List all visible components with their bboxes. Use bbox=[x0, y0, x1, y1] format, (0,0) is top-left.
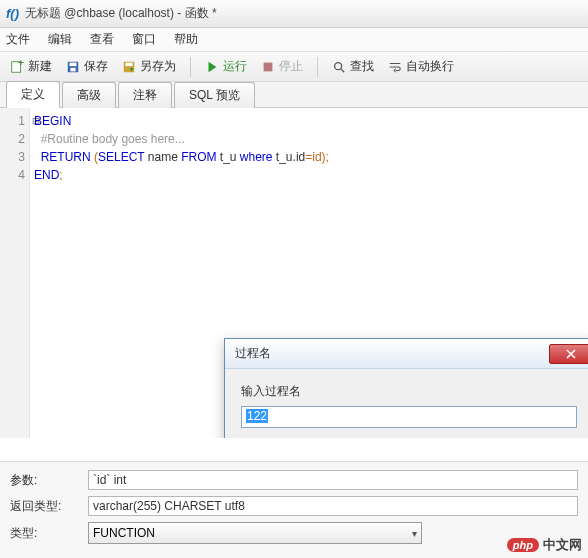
toolbar: + 新建 保存 另存为 运行 停止 查找 自动换行 bbox=[0, 52, 588, 82]
stop-icon bbox=[261, 60, 275, 74]
bottom-panel: 参数: 返回类型: 类型: FUNCTION ▾ php 中文网 bbox=[0, 461, 588, 558]
new-button[interactable]: + 新建 bbox=[6, 56, 56, 77]
dialog-titlebar: 过程名 bbox=[225, 339, 588, 369]
ident: t_u.id bbox=[273, 150, 306, 164]
toolbar-separator bbox=[190, 57, 191, 77]
save-label: 保存 bbox=[84, 58, 108, 75]
watermark: php 中文网 bbox=[507, 536, 582, 554]
stop-button[interactable]: 停止 bbox=[257, 56, 307, 77]
svg-rect-7 bbox=[264, 62, 273, 71]
menu-bar: 文件 编辑 查看 窗口 帮助 bbox=[0, 28, 588, 52]
code-editor[interactable]: 1 2 3 4 ⊟ BEGIN #Routine body goes here.… bbox=[0, 108, 588, 438]
menu-edit[interactable]: 编辑 bbox=[48, 31, 72, 48]
tab-sql-preview[interactable]: SQL 预览 bbox=[174, 82, 255, 108]
params-input[interactable] bbox=[88, 470, 578, 490]
new-icon: + bbox=[10, 60, 24, 74]
menu-file[interactable]: 文件 bbox=[6, 31, 30, 48]
save-button[interactable]: 保存 bbox=[62, 56, 112, 77]
type-value: FUNCTION bbox=[93, 526, 155, 540]
line-gutter: 1 2 3 4 bbox=[0, 108, 30, 438]
line-number: 3 bbox=[0, 148, 25, 166]
row-params: 参数: bbox=[10, 470, 578, 490]
keyword: FROM bbox=[181, 150, 216, 164]
run-button[interactable]: 运行 bbox=[201, 56, 251, 77]
wrap-button[interactable]: 自动换行 bbox=[384, 56, 458, 77]
title-bar: f() 无标题 @chbase (localhost) - 函数 * bbox=[0, 0, 588, 28]
run-label: 运行 bbox=[223, 58, 247, 75]
saveas-icon bbox=[122, 60, 136, 74]
play-icon bbox=[205, 60, 219, 74]
watermark-text: 中文网 bbox=[543, 536, 582, 554]
dialog-title: 过程名 bbox=[235, 345, 271, 362]
semi: ; bbox=[59, 168, 62, 182]
procedure-name-input[interactable]: 122 bbox=[241, 406, 577, 428]
save-icon bbox=[66, 60, 80, 74]
tab-bar: 定义 高级 注释 SQL 预览 bbox=[0, 82, 588, 108]
wrap-label: 自动换行 bbox=[406, 58, 454, 75]
dialog-close-button[interactable] bbox=[549, 344, 588, 364]
params-label: 参数: bbox=[10, 472, 80, 489]
search-label: 查找 bbox=[350, 58, 374, 75]
menu-window[interactable]: 窗口 bbox=[132, 31, 156, 48]
stop-label: 停止 bbox=[279, 58, 303, 75]
dialog-label: 输入过程名 bbox=[241, 383, 577, 400]
svg-text:+: + bbox=[18, 60, 24, 68]
watermark-badge: php bbox=[507, 538, 539, 552]
line-number: 1 bbox=[0, 112, 25, 130]
line-number: 4 bbox=[0, 166, 25, 184]
keyword: RETURN bbox=[34, 150, 94, 164]
tab-advanced[interactable]: 高级 bbox=[62, 82, 116, 108]
comment: #Routine body goes here... bbox=[34, 132, 185, 146]
window-title: 无标题 @chbase (localhost) - 函数 * bbox=[25, 5, 217, 22]
new-label: 新建 bbox=[28, 58, 52, 75]
close-icon bbox=[566, 349, 576, 359]
search-icon bbox=[332, 60, 346, 74]
type-label: 类型: bbox=[10, 525, 80, 542]
saveas-button[interactable]: 另存为 bbox=[118, 56, 180, 77]
search-button[interactable]: 查找 bbox=[328, 56, 378, 77]
toolbar-separator-2 bbox=[317, 57, 318, 77]
keyword: SELECT bbox=[98, 150, 144, 164]
input-value: 122 bbox=[246, 409, 268, 423]
menu-help[interactable]: 帮助 bbox=[174, 31, 198, 48]
svg-point-8 bbox=[335, 62, 342, 69]
app-logo: f() bbox=[6, 6, 19, 21]
code-body[interactable]: BEGIN #Routine body goes here... RETURN … bbox=[34, 112, 329, 184]
procedure-name-dialog: 过程名 输入过程名 122 确定 取消 bbox=[224, 338, 588, 438]
return-type-input[interactable] bbox=[88, 496, 578, 516]
wrap-icon bbox=[388, 60, 402, 74]
ident: name bbox=[144, 150, 181, 164]
line-number: 2 bbox=[0, 130, 25, 148]
keyword: where bbox=[240, 150, 273, 164]
paren: id) bbox=[312, 150, 325, 164]
dialog-body: 输入过程名 122 bbox=[225, 369, 588, 438]
row-type: 类型: FUNCTION ▾ bbox=[10, 522, 578, 544]
row-return-type: 返回类型: bbox=[10, 496, 578, 516]
tab-comment[interactable]: 注释 bbox=[118, 82, 172, 108]
svg-rect-6 bbox=[126, 62, 133, 66]
type-select[interactable]: FUNCTION ▾ bbox=[88, 522, 422, 544]
saveas-label: 另存为 bbox=[140, 58, 176, 75]
semi: ; bbox=[326, 150, 329, 164]
svg-line-9 bbox=[341, 68, 345, 72]
return-type-label: 返回类型: bbox=[10, 498, 80, 515]
svg-rect-4 bbox=[70, 67, 75, 71]
menu-view[interactable]: 查看 bbox=[90, 31, 114, 48]
chevron-down-icon: ▾ bbox=[412, 528, 417, 539]
keyword: END bbox=[34, 168, 59, 182]
svg-rect-3 bbox=[70, 62, 77, 66]
ident: t_u bbox=[216, 150, 239, 164]
keyword: BEGIN bbox=[34, 114, 71, 128]
tab-define[interactable]: 定义 bbox=[6, 81, 60, 108]
